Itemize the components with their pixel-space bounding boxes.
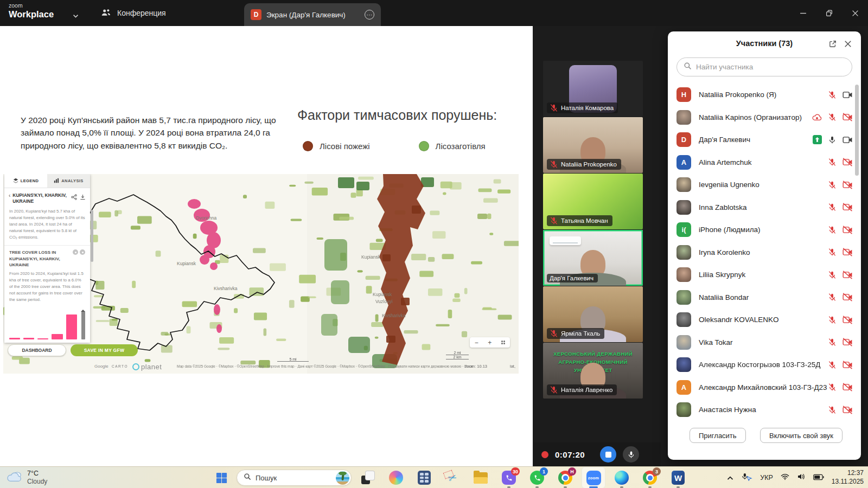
mic-muted-icon — [828, 271, 837, 279]
video-off-icon — [843, 203, 853, 211]
taskbar-chrome-profile-3[interactable]: 3 — [638, 467, 662, 488]
participant-avatar — [676, 267, 691, 282]
video-name-label: Наталія Комарова — [547, 102, 618, 113]
participant-row[interactable]: Александр Костогрызов 103-ГЗ-25Д — [668, 354, 861, 376]
video-off-icon — [843, 406, 853, 414]
participant-avatar: D — [676, 132, 691, 147]
close-button[interactable] — [842, 0, 868, 26]
zoom-out-button[interactable]: − — [475, 339, 478, 346]
tab-legend[interactable]: LEGEND — [4, 174, 47, 188]
basemap-options-icon[interactable] — [501, 341, 506, 345]
participant-row[interactable]: Inna Zablotska — [668, 196, 861, 219]
battery-icon[interactable] — [813, 473, 824, 483]
video-tile[interactable]: ХЕРСОНСЬКИЙ ДЕРЖАВНИЙАГРАРНО-ЕКОНОМІЧНИЙ… — [543, 343, 643, 399]
participant-avatar — [676, 402, 691, 417]
popout-icon[interactable] — [827, 38, 838, 49]
taskbar-zoom[interactable]: zoom — [582, 467, 605, 488]
search-highlight-image[interactable] — [336, 471, 349, 485]
taskbar-search[interactable] — [237, 470, 352, 486]
tray-chevron-icon[interactable] — [727, 473, 733, 483]
taskbar-word[interactable]: W — [666, 467, 690, 488]
chart-cursor-bar — [81, 311, 85, 339]
participant-row[interactable]: HNataliia Prokopenko (Я) — [668, 84, 861, 106]
participant-row[interactable]: AАлександр Михайловский 103-ГЗ-Д23 — [668, 376, 861, 399]
wifi-icon[interactable] — [781, 473, 789, 483]
video-off-icon — [843, 271, 853, 279]
participant-name: Анастасія Нужна — [699, 406, 828, 414]
tab-more-icon[interactable]: ⋯ — [365, 10, 374, 20]
zoom-in-button[interactable]: + — [488, 339, 492, 346]
chart-bar — [66, 314, 77, 339]
dashboard-button[interactable]: DASHBOARD — [8, 344, 66, 356]
participant-row[interactable]: Liliia Skrypnyk — [668, 264, 861, 286]
air-conditioner — [550, 236, 581, 245]
participant-row[interactable]: AAlina Artemchuk — [668, 151, 861, 174]
taskbar-whatsapp[interactable]: 1 — [525, 467, 549, 488]
tab-screen-share[interactable]: D Экран (Дар'я Галкевич) ⋯ — [244, 3, 381, 26]
taskbar-calculator[interactable] — [412, 467, 436, 488]
planet-ring-icon — [132, 363, 139, 370]
screen-share-icon — [813, 135, 822, 144]
info-icon[interactable] — [80, 249, 85, 255]
participant-row[interactable]: Nataliia Kapinos (Организатор) — [668, 106, 861, 129]
participants-list: HNataliia Prokopenko (Я)Nataliia Kapinos… — [668, 84, 861, 421]
participant-row[interactable]: Nataliia Bondar — [668, 286, 861, 309]
minimize-button[interactable] — [790, 0, 816, 26]
share-icon[interactable] — [71, 192, 77, 202]
video-tile[interactable]: Ярміла Ткаль — [543, 286, 643, 342]
participant-avatar — [676, 177, 691, 192]
mic-button[interactable] — [623, 446, 639, 463]
mic-muted-icon — [828, 158, 837, 166]
participant-name: Nataliia Bondar — [699, 293, 828, 301]
map-lat-label: lat, — [510, 364, 515, 369]
close-panel-icon[interactable] — [843, 38, 853, 49]
start-button[interactable] — [210, 467, 232, 488]
taskbar-search-input[interactable] — [256, 474, 326, 482]
invite-button[interactable]: Пригласить — [690, 428, 746, 443]
video-tile[interactable]: Дар'я Галкевич — [543, 230, 643, 286]
participant-row[interactable]: Vika Tokar — [668, 331, 861, 354]
volume-icon[interactable] — [797, 473, 806, 483]
participant-row[interactable]: Анастасія Нужна — [668, 399, 861, 421]
download-icon[interactable] — [80, 192, 86, 202]
map-slider[interactable] — [91, 210, 93, 262]
save-in-my-gfw-button[interactable]: SAVE IN MY GFW — [71, 344, 138, 356]
mic-cursor-tray-icon[interactable] — [741, 473, 752, 483]
restore-button[interactable] — [816, 0, 842, 26]
back-icon[interactable]: ‹ — [9, 192, 10, 198]
tab-conference[interactable]: Конференция — [93, 0, 174, 26]
stop-recording-button[interactable] — [600, 446, 616, 463]
participant-row[interactable]: Oleksandr KOVALENKO — [668, 309, 861, 331]
video-tile[interactable]: Наталія Комарова — [543, 61, 643, 117]
taskbar-viber[interactable]: 30 — [497, 467, 521, 488]
taskbar-copilot[interactable] — [384, 467, 408, 488]
chevron-down-icon[interactable] — [73, 10, 79, 20]
participant-search[interactable] — [676, 57, 852, 76]
map-zoom-controls[interactable]: − + — [470, 337, 510, 348]
district-boundary — [73, 195, 275, 350]
participant-row[interactable]: Ievgeniia Ugnenko — [668, 174, 861, 196]
taskbar-edge[interactable] — [610, 467, 634, 488]
taskbar-file-explorer[interactable] — [469, 467, 493, 488]
language-indicator[interactable]: УКР — [760, 474, 773, 481]
video-tile[interactable]: Nataliia Prokopenko — [543, 117, 643, 173]
video-tile[interactable]: Татьяна Мовчан — [543, 174, 643, 229]
weather-widget[interactable]: 7°C Cloudy — [7, 467, 47, 488]
windows-taskbar: 7°C Cloudy ✂301Hzoom3W УКР 12:37 13.11.2… — [0, 466, 868, 488]
taskbar-snipping-tool[interactable]: ✂ — [441, 467, 464, 488]
tray-date: 13.11.2025 — [832, 478, 864, 486]
unmute-button[interactable]: Включить свой звук — [760, 428, 843, 443]
search-input[interactable] — [696, 63, 845, 71]
settings-icon[interactable] — [73, 249, 78, 255]
taskbar-chrome-profile-h[interactable]: H — [553, 467, 577, 488]
clock[interactable]: 12:37 13.11.2025 — [832, 469, 864, 486]
taskbar-task-view[interactable] — [356, 467, 380, 488]
participant-row[interactable]: i(iPhone (Людмила) — [668, 219, 861, 241]
participant-row[interactable]: Iryna Korolenko — [668, 241, 861, 264]
tab-analysis[interactable]: ANALYSIS — [47, 174, 90, 188]
panel-scrollbar[interactable] — [855, 85, 859, 176]
participant-row[interactable]: DДар'я Галкевич — [668, 129, 861, 151]
logo-workplace-text: Workplace — [9, 9, 54, 19]
gfw-map[interactable]: DvorichnaKupianskKivsharivkakoveKupiansk… — [3, 174, 519, 374]
map-place-label: Kupiansk — [361, 254, 380, 260]
